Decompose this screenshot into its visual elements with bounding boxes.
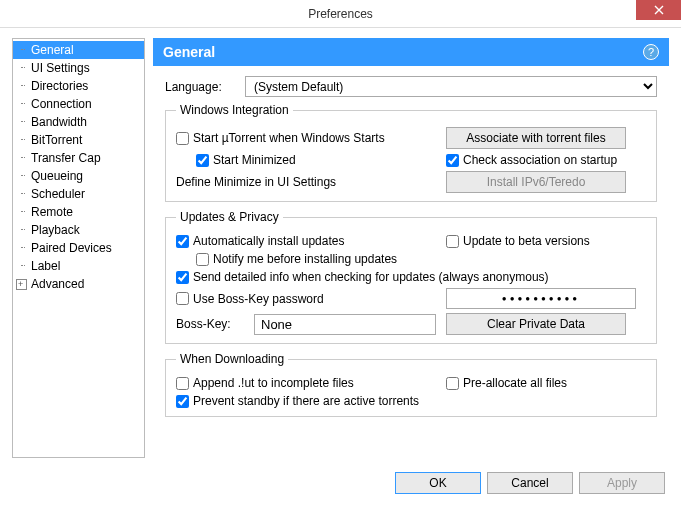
sidebar-item-bittorrent[interactable]: BitTorrent [13,131,144,149]
sidebar-item-queueing[interactable]: Queueing [13,167,144,185]
sidebar-item-general[interactable]: General [13,41,144,59]
category-tree[interactable]: General UI Settings Directories Connecti… [12,38,145,458]
panel-title: General [163,44,215,60]
window-title: Preferences [308,7,373,21]
sidebar-item-paired-devices[interactable]: Paired Devices [13,239,144,257]
sidebar-item-label[interactable]: Label [13,257,144,275]
sidebar-item-scheduler[interactable]: Scheduler [13,185,144,203]
associate-torrent-button[interactable]: Associate with torrent files [446,127,626,149]
sidebar-item-directories[interactable]: Directories [13,77,144,95]
sidebar-item-playback[interactable]: Playback [13,221,144,239]
sidebar-item-ui-settings[interactable]: UI Settings [13,59,144,77]
sidebar-item-advanced[interactable]: Advanced [13,275,144,293]
title-bar: Preferences [0,0,681,28]
language-label: Language: [165,80,245,94]
notify-before-install-checkbox[interactable]: Notify me before installing updates [196,252,397,266]
auto-install-checkbox[interactable]: Automatically install updates [176,234,344,248]
clear-private-data-button[interactable]: Clear Private Data [446,313,626,335]
sidebar-item-connection[interactable]: Connection [13,95,144,113]
sidebar-item-remote[interactable]: Remote [13,203,144,221]
define-minimize-text: Define Minimize in UI Settings [176,175,336,189]
start-with-windows-checkbox[interactable]: Start µTorrent when Windows Starts [176,131,385,145]
check-association-checkbox[interactable]: Check association on startup [446,153,617,167]
windows-integration-legend: Windows Integration [176,103,293,117]
boss-key-password-checkbox[interactable]: Use Boss-Key password [176,292,324,306]
cancel-button[interactable]: Cancel [487,472,573,494]
update-beta-checkbox[interactable]: Update to beta versions [446,234,590,248]
pre-allocate-checkbox[interactable]: Pre-allocate all files [446,376,567,390]
when-downloading-group: When Downloading Append .!ut to incomple… [165,352,657,417]
ok-button[interactable]: OK [395,472,481,494]
append-ut-checkbox[interactable]: Append .!ut to incomplete files [176,376,354,390]
downloading-legend: When Downloading [176,352,288,366]
sidebar-item-transfer-cap[interactable]: Transfer Cap [13,149,144,167]
boss-key-input[interactable] [254,314,436,335]
updates-privacy-group: Updates & Privacy Automatically install … [165,210,657,344]
install-ipv6-button[interactable]: Install IPv6/Teredo [446,171,626,193]
prevent-standby-checkbox[interactable]: Prevent standby if there are active torr… [176,394,419,408]
help-icon[interactable]: ? [643,44,659,60]
updates-legend: Updates & Privacy [176,210,283,224]
dialog-footer: OK Cancel Apply [0,462,681,504]
boss-key-label: Boss-Key: [176,317,248,331]
send-detailed-checkbox[interactable]: Send detailed info when checking for upd… [176,270,549,284]
panel-header: General ? [153,38,669,66]
language-select[interactable]: (System Default) [245,76,657,97]
close-icon [654,5,664,15]
apply-button[interactable]: Apply [579,472,665,494]
sidebar-item-bandwidth[interactable]: Bandwidth [13,113,144,131]
boss-key-password-input[interactable] [446,288,636,309]
start-minimized-checkbox[interactable]: Start Minimized [196,153,296,167]
windows-integration-group: Windows Integration Start µTorrent when … [165,103,657,202]
close-button[interactable] [636,0,681,20]
